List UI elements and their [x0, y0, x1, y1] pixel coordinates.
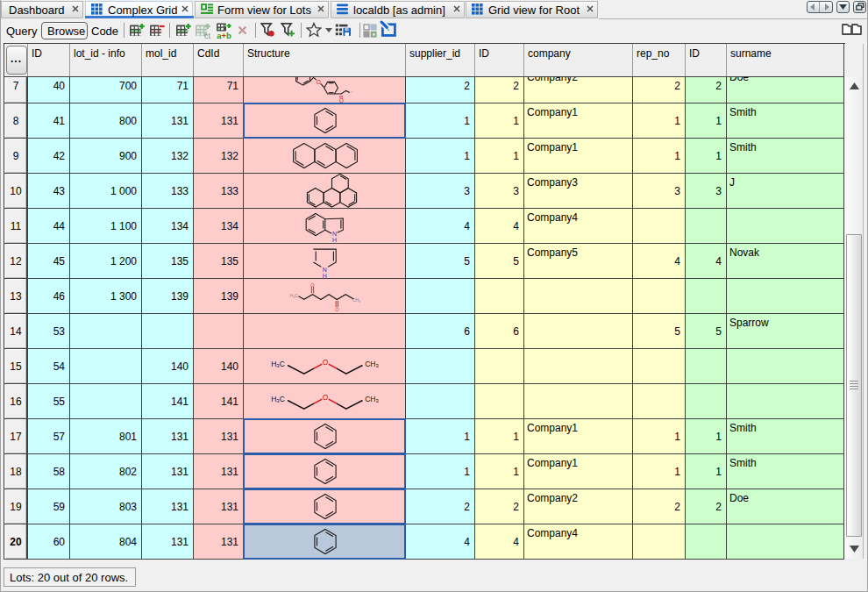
svg-text:H: H — [323, 273, 327, 278]
svg-text:N: N — [323, 267, 327, 273]
svg-text:H3C: H3C — [289, 293, 298, 299]
svg-text:ct: ct — [204, 32, 211, 39]
svg-text:O: O — [339, 97, 344, 103]
svg-text:H: H — [332, 237, 337, 243]
svg-text:O: O — [317, 79, 321, 85]
svg-text:CH3: CH3 — [365, 395, 379, 404]
svg-text:O: O — [335, 307, 339, 312]
svg-text:H3C: H3C — [271, 360, 285, 369]
svg-text:O: O — [310, 282, 315, 288]
svg-text:CH3: CH3 — [365, 360, 379, 369]
svg-text:a+b: a+b — [217, 31, 231, 39]
svg-text:O: O — [323, 358, 329, 367]
svg-text:N: N — [332, 231, 337, 237]
svg-text:O: O — [323, 393, 329, 402]
svg-text:CH3: CH3 — [352, 297, 360, 303]
svg-text:H3C: H3C — [271, 395, 285, 404]
